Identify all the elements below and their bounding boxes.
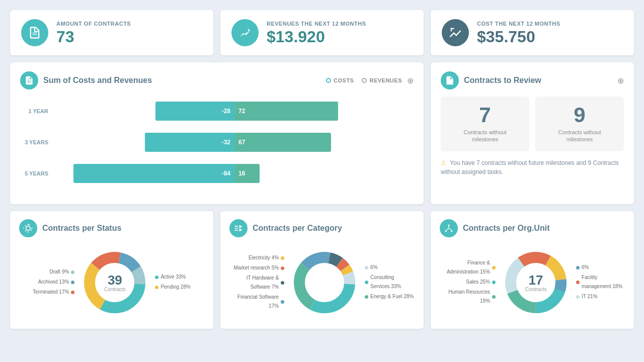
category-donut-container: Electricity 4% Market research 5% IT Har… [229, 244, 415, 321]
contracts-per-status-card: Contracts per Status Draft 9% Archived 1… [10, 211, 213, 329]
orgunit-center-num: 17 [525, 274, 547, 287]
bar-neg-3year: -32 [145, 133, 234, 152]
review-boxes: 7 Contracts withoutmilestones 9 Contract… [441, 97, 624, 151]
status-donut-container: Draft 9% Archived 13% Terminated 17% [19, 244, 204, 321]
status-legend-active: Active 33% [155, 273, 191, 282]
category-icon [229, 219, 248, 237]
bar-row-5year: 5 YEARS -84 16 [20, 164, 414, 183]
org-legend-sales: Sales 25% [440, 278, 496, 287]
chart-legend: COSTS REVENUES [326, 77, 402, 83]
review-header: Contracts to Review ⊕ [441, 71, 624, 89]
chart-target-icon[interactable]: ⊕ [407, 76, 414, 85]
orgunit-legend-right: 6% Facility management 18% IT 21% [576, 263, 625, 302]
category-legend-right: 6% Consulting Services 33% Energy & Fuel… [365, 263, 415, 302]
bar-pos-1year: 72 [234, 102, 338, 121]
status-legend-right: Active 33% Pending 28% [155, 273, 191, 293]
bar-neg-5year: -84 [73, 164, 234, 183]
org-legend-finance: Finance & Administration 15% [440, 258, 496, 277]
bar-label-5year: 5 YEARS [20, 170, 55, 176]
orgunit-header: Contracts per Org.Unit [440, 219, 625, 237]
org-legend-facility: Facility management 18% [576, 273, 625, 291]
status-center-label: Contracts [104, 287, 126, 292]
review-title: Contracts to Review [464, 76, 612, 85]
orgunit-icon [440, 219, 458, 237]
review-box-7: 7 Contracts withoutmilestones [441, 97, 529, 151]
bar-pos-5year: 16 [234, 164, 260, 183]
cat-legend-it: IT Hardware & Software 7% [229, 274, 284, 292]
review-label-9: Contracts withoutmilestones [543, 129, 616, 143]
sum-costs-icon [20, 71, 38, 89]
org-legend-other: 6% [576, 263, 625, 272]
cat-legend-energy: Energy & Fuel 28% [365, 292, 415, 301]
review-box-9: 9 Contracts withoutmilestones [535, 97, 624, 151]
status-donut: 39 Contracts [79, 247, 150, 318]
bar-label-3year: 3 YEARS [20, 139, 55, 145]
orgunit-legend-left: Finance & Administration 15% Sales 25% H… [440, 258, 496, 307]
contracts-icon [21, 19, 48, 46]
kpi-cost-label: COST THE NEXT 12 MONTHS [477, 21, 560, 27]
costs-legend: COSTS [326, 77, 354, 83]
status-legend-pending: Pending 28% [155, 283, 191, 292]
status-center-num: 39 [104, 274, 126, 287]
cat-legend-market: Market research 5% [229, 263, 284, 273]
contracts-to-review-card: Contracts to Review ⊕ 7 Contracts withou… [431, 62, 634, 204]
bar-neg-1year: -28 [155, 102, 234, 121]
kpi-cost-value: $35.750 [477, 29, 560, 45]
kpi-revenues-value: $13.920 [267, 29, 366, 45]
bar-track-3year: -32 67 [55, 133, 414, 152]
review-num-7: 7 [449, 105, 521, 126]
status-header: Contracts per Status [19, 219, 204, 237]
category-legend-left: Electricity 4% Market research 5% IT Har… [229, 253, 284, 312]
dashboard: AMOUNT OF CONTRACTS 73 REVENUES THE NEXT… [10, 10, 634, 329]
status-legend-terminated: Terminated 17% [33, 288, 74, 297]
cat-legend-financial: Financial Software 17% [229, 293, 284, 311]
sum-costs-header: Sum of Costs and Revenues COSTS REVENUES… [20, 71, 414, 89]
revenues-dot [362, 78, 367, 83]
sum-costs-revenues-card: Sum of Costs and Revenues COSTS REVENUES… [10, 62, 424, 204]
svg-point-14 [451, 230, 452, 232]
bar-pos-3year: 67 [234, 133, 331, 152]
svg-point-12 [448, 225, 449, 226]
bar-track-1year: -28 72 [55, 102, 414, 121]
kpi-cost-content: COST THE NEXT 12 MONTHS $35.750 [477, 21, 560, 45]
cost-icon [442, 19, 469, 46]
warning-icon: ⚠ [441, 159, 446, 166]
kpi-cost: COST THE NEXT 12 MONTHS $35.750 [431, 10, 634, 55]
cat-legend-other: 6% [365, 263, 415, 272]
bar-row-1year: 1 YEAR -28 72 [20, 102, 414, 121]
kpi-revenues-content: REVENUES THE NEXT 12 MONTHS $13.920 [267, 21, 366, 45]
review-label-7: Contracts withoutmilestones [449, 129, 521, 143]
status-icon [19, 219, 37, 237]
sum-costs-title: Sum of Costs and Revenues [43, 76, 321, 85]
status-title: Contracts per Status [42, 224, 204, 233]
status-legend-archived: Archived 13% [33, 278, 74, 287]
category-donut [289, 247, 360, 318]
kpi-amount-content: AMOUNT OF CONTRACTS 73 [56, 21, 131, 45]
kpi-revenues-label: REVENUES THE NEXT 12 MONTHS [267, 21, 366, 27]
orgunit-donut-container: Finance & Administration 15% Sales 25% H… [440, 244, 625, 321]
bar-label-1year: 1 YEAR [20, 108, 55, 114]
revenues-icon [231, 19, 259, 46]
org-legend-hr: Human Resources 19% [440, 288, 496, 306]
bar-track-5year: -84 16 [55, 164, 414, 183]
status-legend-left: Draft 9% Archived 13% Terminated 17% [33, 267, 74, 298]
orgunit-center-text: 17 Contracts [525, 274, 547, 292]
orgunit-title: Contracts per Org.Unit [463, 224, 625, 233]
kpi-amount-label: AMOUNT OF CONTRACTS [56, 21, 131, 27]
kpi-revenues: REVENUES THE NEXT 12 MONTHS $13.920 [220, 10, 424, 55]
bar-row-3year: 3 YEARS -32 67 [20, 133, 414, 152]
kpi-amount-value: 73 [56, 29, 131, 45]
category-title: Contracts per Category [253, 224, 415, 233]
orgunit-donut: 17 Contracts [501, 247, 571, 318]
orgunit-center-label: Contracts [525, 287, 547, 292]
review-num-9: 9 [543, 105, 616, 126]
review-warning: ⚠ You have 7 contracts without future mi… [441, 158, 624, 176]
bar-chart: 1 YEAR -28 72 3 YEARS [20, 97, 414, 183]
category-header: Contracts per Category [229, 219, 415, 237]
review-target-icon[interactable]: ⊕ [617, 76, 624, 85]
review-icon [441, 71, 459, 89]
cat-legend-consulting: Consulting Services 33% [365, 273, 415, 291]
status-center-text: 39 Contracts [104, 274, 126, 292]
kpi-amount-contracts: AMOUNT OF CONTRACTS 73 [10, 10, 213, 55]
costs-dot [326, 78, 331, 83]
